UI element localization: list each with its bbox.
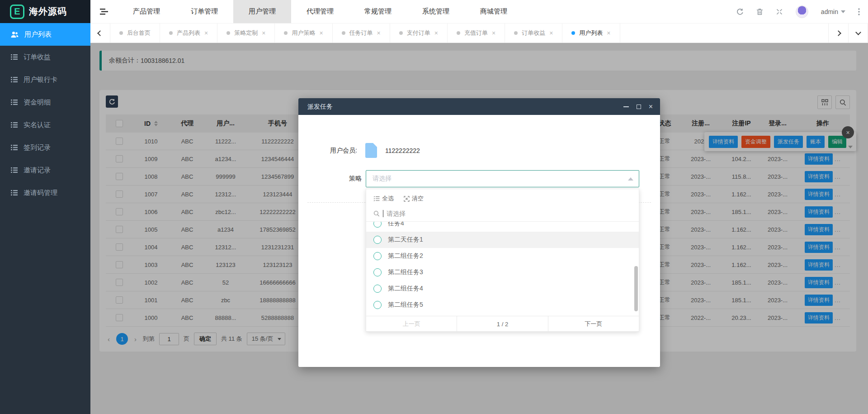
option-label: 第二天任务1 — [388, 236, 423, 244]
strategy-option[interactable]: 第二组任务3 — [366, 264, 639, 281]
tab-dot — [169, 31, 173, 35]
sidebar-item-user-bank-cards[interactable]: 用户银行卡 — [0, 68, 90, 91]
radio-icon — [373, 252, 382, 260]
chevron-up-icon — [628, 177, 633, 181]
dropdown-options: 任务4 第二天任务1 第二组任务2 第二组任务3 第二组任务4 — [366, 222, 639, 316]
sidebar-item-label: 用户列表 — [24, 30, 52, 39]
close-icon[interactable]: × — [607, 30, 610, 36]
sidebar-item-realname-auth[interactable]: 实名认证 — [0, 114, 90, 136]
close-icon[interactable]: × — [649, 103, 653, 110]
sidebar-item-fund-details[interactable]: 资金明细 — [0, 91, 90, 114]
tabs-menu-button[interactable] — [848, 24, 868, 43]
dropdown-search[interactable] — [366, 205, 639, 222]
trash-icon[interactable] — [756, 8, 763, 15]
close-icon[interactable]: × — [319, 30, 323, 36]
dropdown-next-button[interactable]: 下一页 — [548, 316, 639, 332]
strategy-option[interactable]: 第二组任务2 — [366, 248, 639, 264]
tab-dot — [399, 31, 403, 35]
tabs-scroll-left-button[interactable] — [90, 24, 110, 43]
list-icon — [11, 54, 18, 60]
tab-dot — [514, 31, 518, 35]
dropdown-scrollbar[interactable] — [634, 266, 638, 311]
radio-icon — [373, 236, 382, 244]
maximize-icon[interactable] — [637, 105, 641, 109]
strategy-select[interactable]: 请选择 — [366, 170, 639, 187]
dispatch-task-modal: 派发任务 × 用户会员: 1122222222 策略 请选择 — [298, 98, 660, 367]
tab-task-orders[interactable]: 任务订单× — [333, 24, 390, 43]
tab-user-list[interactable]: 用户列表× — [562, 24, 620, 43]
sidebar-item-order-earnings[interactable]: 订单收益 — [0, 46, 90, 68]
minimize-icon[interactable] — [623, 106, 629, 107]
strategy-option[interactable]: 第二组任务4 — [366, 281, 639, 297]
close-icon[interactable]: × — [434, 30, 438, 36]
hamburger-icon[interactable] — [90, 0, 118, 23]
username: admin — [821, 8, 838, 15]
nav-agent-management[interactable]: 代理管理 — [291, 0, 349, 23]
brand-logo-icon: E — [10, 5, 24, 19]
modal-title: 派发任务 — [307, 103, 333, 111]
close-icon[interactable]: × — [492, 30, 495, 36]
strategy-option[interactable]: 第二天任务1 — [366, 232, 639, 248]
nav-mall-management[interactable]: 商城管理 — [465, 0, 523, 23]
radio-icon — [373, 301, 382, 309]
tabbar: 后台首页 产品列表× 策略定制× 用户策略× 任务订单× 支付订单× 充值订单×… — [90, 23, 868, 43]
list-icon — [11, 167, 18, 173]
sidebar-item-label: 实名认证 — [24, 121, 51, 129]
brand-name: 海外源码 — [29, 5, 67, 18]
sidebar-item-invite-code-management[interactable]: 邀请码管理 — [0, 181, 90, 204]
tab-home[interactable]: 后台首页 — [110, 24, 160, 43]
tab-dot — [119, 31, 123, 35]
tab-product-list[interactable]: 产品列表× — [160, 24, 217, 43]
select-all-icon — [373, 196, 380, 202]
app-window: E 海外源码 用户列表 订单收益 用户银行卡 资金明细 实名认证 — [0, 0, 868, 414]
dropdown-search-input[interactable] — [387, 210, 632, 217]
tab-recharge-orders[interactable]: 充值订单× — [448, 24, 505, 43]
close-icon[interactable]: × — [262, 30, 265, 36]
select-all-label: 全选 — [382, 195, 394, 203]
select-all-action[interactable]: 全选 — [373, 195, 394, 203]
sidebar-item-label: 签到记录 — [24, 143, 51, 152]
strategy-label: 策略 — [298, 170, 362, 187]
strategy-option[interactable]: 第二组任务5 — [366, 297, 639, 313]
user-menu[interactable]: admin — [821, 8, 845, 15]
list-icon — [11, 99, 18, 105]
sidebar-item-signin-records[interactable]: 签到记录 — [0, 136, 90, 159]
nav-system-management[interactable]: 系统管理 — [407, 0, 465, 23]
tab-label: 后台首页 — [127, 29, 151, 37]
tabs-scroll-right-button[interactable] — [828, 24, 848, 43]
nav-user-management[interactable]: 用户管理 — [233, 0, 291, 23]
nav-general-management[interactable]: 常规管理 — [349, 0, 407, 23]
close-icon[interactable]: × — [204, 30, 208, 36]
strategy-option[interactable]: 任务4 — [366, 222, 639, 232]
sidebar-item-label: 用户银行卡 — [24, 76, 57, 84]
modal-titlebar[interactable]: 派发任务 × — [298, 98, 660, 115]
sidebar-item-label: 资金明细 — [24, 98, 51, 107]
sidebar-item-invite-records[interactable]: 邀请记录 — [0, 159, 90, 181]
modal-body: 用户会员: 1122222222 策略 请选择 全选 — [298, 115, 660, 367]
tab-strategy-custom[interactable]: 策略定制× — [217, 24, 275, 43]
kebab-menu-icon[interactable] — [858, 8, 860, 15]
tab-label: 用户策略 — [292, 29, 315, 37]
close-icon[interactable]: × — [377, 30, 381, 36]
sidebar-item-user-list[interactable]: 用户列表 — [0, 23, 90, 46]
tab-order-earnings[interactable]: 订单收益× — [505, 24, 562, 43]
refresh-icon[interactable] — [736, 8, 744, 15]
tab-dot — [284, 31, 288, 35]
tab-label: 策略定制 — [234, 29, 258, 37]
dropdown-prev-button[interactable]: 上一页 — [366, 316, 457, 332]
clear-action[interactable]: 清空 — [404, 195, 424, 203]
option-label: 第二组任务3 — [388, 268, 423, 276]
tab-user-strategy[interactable]: 用户策略× — [275, 24, 332, 43]
member-row: 用户会员: 1122222222 — [298, 143, 660, 158]
nav-order-management[interactable]: 订单管理 — [175, 0, 233, 23]
users-icon — [11, 31, 19, 38]
brand-logo: E 海外源码 — [0, 0, 90, 23]
tab-label: 产品列表 — [177, 29, 200, 37]
sidebar-item-label: 邀请记录 — [24, 166, 51, 175]
user-avatar[interactable] — [796, 5, 808, 18]
tab-pay-orders[interactable]: 支付订单× — [390, 24, 448, 43]
fullscreen-icon[interactable] — [776, 8, 783, 15]
tab-label: 用户列表 — [579, 29, 603, 37]
nav-product-management[interactable]: 产品管理 — [118, 0, 175, 23]
close-icon[interactable]: × — [549, 30, 553, 36]
